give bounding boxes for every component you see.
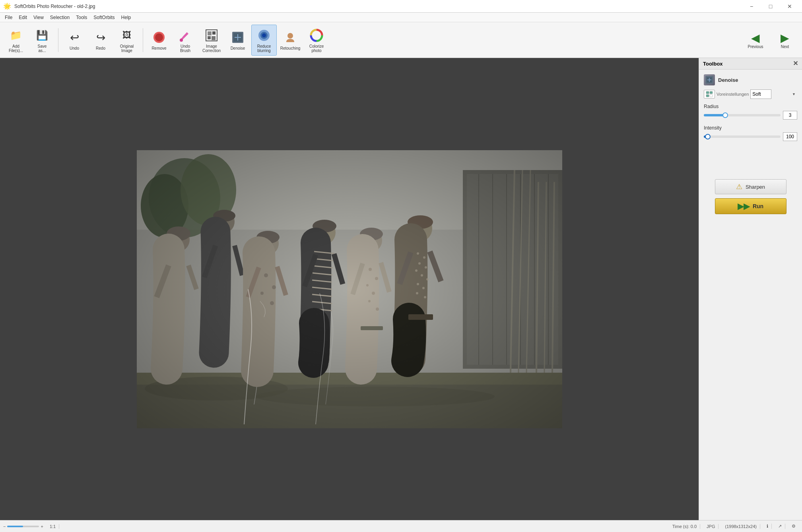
svg-rect-4 <box>208 31 212 35</box>
original-image-icon: 🖼 <box>119 27 135 43</box>
save-as-button[interactable]: 💾 Saveas... <box>29 25 55 56</box>
maximize-button[interactable]: □ <box>761 0 780 13</box>
menu-file[interactable]: File <box>2 14 16 21</box>
time-value: 0.0 <box>691 524 697 529</box>
remove-label: Remove <box>151 46 166 50</box>
status-format: JPG <box>703 524 718 529</box>
menu-help[interactable]: Help <box>118 14 134 21</box>
toolbar-group-edit: ↩ Undo ↪ Redo 🖼 OriginalImage <box>62 25 140 56</box>
undo-label: Undo <box>70 46 79 50</box>
run-button[interactable]: ▶▶ Run <box>715 198 786 214</box>
run-label: Run <box>753 203 763 209</box>
toolbar-group-file: 📁 AddFile(s)... 💾 Saveas... <box>3 25 55 56</box>
colorize-photo-icon <box>309 27 324 43</box>
svg-rect-7 <box>212 36 216 40</box>
reduce-blurring-button[interactable]: Reduceblurring <box>251 25 277 56</box>
colorize-photo-button[interactable]: Colorizephoto <box>304 25 329 56</box>
presets-row: Voreinstellungen Soft Medium Strong Cust… <box>704 89 797 99</box>
status-bar: − + 1:1 Time (s): 0.0 JPG (1998x1312x24)… <box>0 520 802 532</box>
previous-button[interactable]: ◀ Previous <box>742 25 769 56</box>
time-label: Time (s): <box>672 524 689 529</box>
denoise-label: Denoise <box>231 46 245 50</box>
menu-softorbits[interactable]: SoftOrbits <box>90 14 118 21</box>
intensity-value[interactable]: 100 <box>783 132 797 141</box>
original-image-label: OriginalImage <box>120 44 134 53</box>
remove-button[interactable]: Remove <box>146 25 172 56</box>
toolbar-group-tools: Remove UndoBrush ImageCorre <box>146 25 329 56</box>
colorize-photo-label: Colorizephoto <box>309 44 324 53</box>
menu-selection[interactable]: Selection <box>47 14 73 21</box>
intensity-slider-track[interactable] <box>704 135 781 138</box>
intensity-slider-row: Intensity 100 <box>704 125 797 141</box>
radius-value[interactable]: 3 <box>783 111 797 120</box>
status-dimensions: (1998x1312x24) <box>722 524 760 529</box>
presets-icon <box>704 90 715 99</box>
svg-point-14 <box>262 33 266 37</box>
photo-container <box>0 58 699 520</box>
image-correction-icon <box>204 27 219 43</box>
denoise-button[interactable]: Denoise <box>225 25 251 56</box>
reduce-blurring-label: Reduceblurring <box>257 44 271 53</box>
toolbox-header: Toolbox ✕ <box>699 58 802 70</box>
add-files-label: AddFile(s)... <box>9 44 23 53</box>
menu-edit[interactable]: Edit <box>16 14 30 21</box>
canvas-area[interactable] <box>0 58 699 520</box>
zoom-control: − + <box>3 524 43 529</box>
previous-label: Previous <box>748 44 763 49</box>
svg-point-1 <box>155 33 163 41</box>
next-button[interactable]: ▶ Next <box>771 25 799 56</box>
reduce-blurring-icon <box>256 27 272 43</box>
title-bar: 🌟 SoftOrbits Photo Retoucher - old-2.jpg… <box>0 0 802 13</box>
svg-rect-102 <box>706 91 709 94</box>
spacer <box>704 147 797 179</box>
denoise-section-label: Denoise <box>718 77 738 83</box>
menu-view[interactable]: View <box>30 14 47 21</box>
menu-tools[interactable]: Tools <box>73 14 90 21</box>
zoom-plus-icon[interactable]: + <box>41 524 43 529</box>
minimize-button[interactable]: − <box>742 0 761 13</box>
original-image-button[interactable]: 🖼 OriginalImage <box>114 25 140 56</box>
svg-rect-105 <box>710 95 713 97</box>
status-share-icon[interactable]: ↗ <box>775 524 785 529</box>
retouching-label: Retouching <box>280 46 301 50</box>
main-area: Toolbox ✕ Denoise <box>0 58 802 520</box>
status-info-icon[interactable]: ℹ <box>763 524 772 529</box>
undo-brush-label: UndoBrush <box>180 44 190 53</box>
status-time: Time (s): 0.0 <box>669 524 700 529</box>
intensity-slider-thumb[interactable] <box>705 134 711 139</box>
undo-brush-button[interactable]: UndoBrush <box>173 25 198 56</box>
status-settings-icon[interactable]: ⚙ <box>788 524 799 529</box>
svg-rect-104 <box>710 91 713 94</box>
radius-slider-thumb[interactable] <box>722 112 728 118</box>
denoise-icon <box>230 29 246 45</box>
presets-select-wrapper: Soft Medium Strong Custom <box>750 89 797 99</box>
retouching-button[interactable]: Retouching <box>278 25 303 56</box>
radius-slider-track[interactable] <box>704 114 781 116</box>
svg-rect-5 <box>212 31 216 35</box>
sharpen-button[interactable]: ⚠ Sharpen <box>715 179 786 194</box>
redo-label: Redo <box>96 46 105 50</box>
menu-bar: File Edit View Selection Tools SoftOrbit… <box>0 13 802 22</box>
toolbox-panel: Toolbox ✕ Denoise <box>699 58 802 520</box>
toolbox-close-button[interactable]: ✕ <box>793 60 798 67</box>
close-button[interactable]: ✕ <box>781 0 799 13</box>
toolbox-title: Toolbox <box>703 61 723 67</box>
title-bar-left: 🌟 SoftOrbits Photo Retoucher - old-2.jpg <box>3 2 95 10</box>
presets-select[interactable]: Soft Medium Strong Custom <box>750 89 771 99</box>
undo-icon: ↩ <box>66 29 82 45</box>
toolbox-content: Denoise Voreinstellungen <box>699 70 802 520</box>
image-correction-button[interactable]: ImageCorrection <box>199 25 224 56</box>
divider-2 <box>143 28 143 52</box>
next-icon: ▶ <box>781 31 789 44</box>
svg-rect-6 <box>208 36 211 39</box>
retouching-icon <box>282 29 298 45</box>
radius-label: Radius <box>704 104 797 109</box>
toolbar: 📁 AddFile(s)... 💾 Saveas... ↩ Undo ↪ Red… <box>0 22 802 58</box>
add-files-button[interactable]: 📁 AddFile(s)... <box>3 25 29 56</box>
undo-button[interactable]: ↩ Undo <box>62 25 87 56</box>
zoom-slider[interactable] <box>7 526 39 527</box>
toolbox-denoise-section: Denoise Voreinstellungen <box>704 74 797 141</box>
undo-brush-icon <box>177 27 193 43</box>
redo-button[interactable]: ↪ Redo <box>88 25 113 56</box>
zoom-minus-icon[interactable]: − <box>3 524 6 529</box>
